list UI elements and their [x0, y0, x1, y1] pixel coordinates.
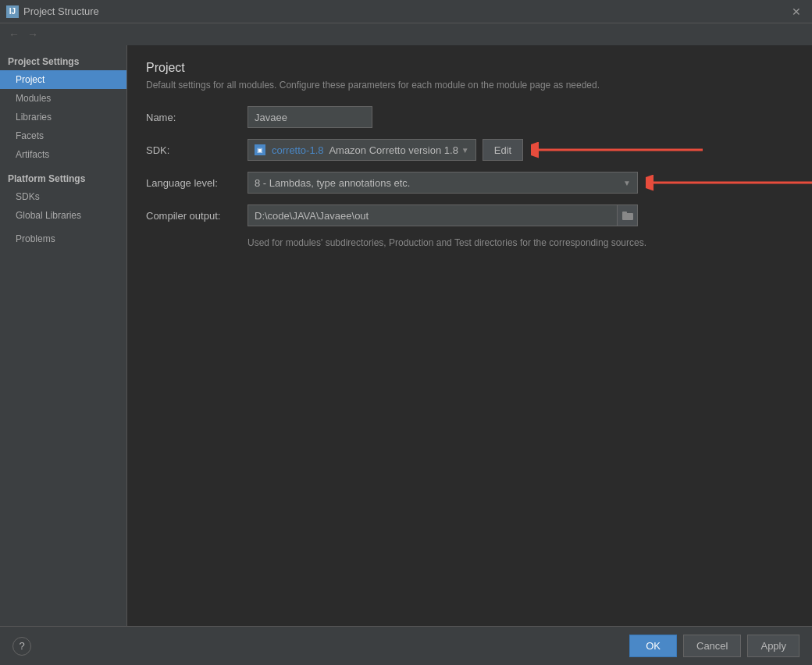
sdk-dropdown-arrow: ▼ — [461, 146, 469, 155]
content-area: Project Default settings for all modules… — [127, 45, 812, 626]
platform-settings-header: Platform Settings — [0, 169, 126, 187]
sdk-name-text: corretto-1.8 — [272, 144, 323, 156]
window-title: Project Structure — [23, 5, 99, 17]
project-settings-header: Project Settings — [0, 52, 126, 70]
red-arrow-sdk-annotation — [531, 138, 703, 162]
red-arrow-lang-annotation — [646, 171, 812, 194]
close-button[interactable]: ✕ — [787, 4, 806, 20]
sidebar-item-project[interactable]: Project — [0, 70, 126, 89]
compiler-path-text: D:\code\JAVA\Javaee\out — [248, 207, 617, 225]
svg-rect-5 — [622, 212, 627, 214]
edit-sdk-button[interactable]: Edit — [483, 139, 523, 161]
language-dropdown[interactable]: 8 - Lambdas, type annotations etc. ▼ — [248, 172, 638, 194]
content-subtitle: Default settings for all modules. Config… — [146, 80, 793, 91]
sdk-controls: ▣ corretto-1.8 Amazon Corretto version 1… — [248, 139, 523, 161]
sidebar-item-artifacts[interactable]: Artifacts — [0, 145, 126, 164]
sidebar-item-global-libraries[interactable]: Global Libraries — [0, 206, 126, 225]
sdk-icon: ▣ — [255, 144, 265, 155]
title-bar: IJ Project Structure ✕ — [0, 0, 812, 23]
name-label: Name: — [146, 112, 248, 123]
sidebar-item-libraries[interactable]: Libraries — [0, 108, 126, 126]
content-title: Project — [146, 61, 793, 75]
compiler-browse-button[interactable] — [617, 205, 637, 226]
apply-button[interactable]: Apply — [747, 635, 800, 657]
sidebar-item-problems[interactable]: Problems — [0, 229, 126, 248]
compiler-input-wrap: D:\code\JAVA\Javaee\out — [248, 204, 638, 226]
bottom-buttons: OK Cancel Apply — [629, 635, 800, 657]
help-button[interactable]: ? — [12, 637, 31, 656]
sdk-dropdown-text: ▣ corretto-1.8 Amazon Corretto version 1… — [255, 144, 458, 156]
cancel-button[interactable]: Cancel — [683, 635, 741, 657]
sidebar: Project Settings Project Modules Librari… — [0, 45, 127, 626]
svg-rect-4 — [622, 213, 633, 220]
compiler-label: Compiler output: — [146, 210, 248, 222]
folder-icon — [622, 211, 633, 220]
bottom-bar: ? OK Cancel Apply — [0, 626, 812, 665]
compiler-note: Used for modules' subdirectories, Produc… — [248, 237, 793, 248]
main-layout: Project Settings Project Modules Librari… — [0, 45, 812, 626]
back-button[interactable]: ← — [6, 28, 22, 41]
name-row: Name: — [146, 106, 793, 128]
sdk-row: SDK: ▣ corretto-1.8 Amazon Corretto vers… — [146, 139, 793, 161]
forward-button[interactable]: → — [25, 28, 41, 41]
app-icon: IJ — [6, 5, 19, 18]
sidebar-item-facets[interactable]: Facets — [0, 126, 126, 145]
sdk-dropdown[interactable]: ▣ corretto-1.8 Amazon Corretto version 1… — [248, 139, 476, 161]
language-row: Language level: 8 - Lambdas, type annota… — [146, 172, 793, 194]
ok-button[interactable]: OK — [629, 635, 677, 657]
language-dropdown-arrow: ▼ — [623, 179, 631, 187]
nav-arrows: ← → — [0, 23, 812, 45]
language-value-text: 8 - Lambdas, type annotations etc. — [255, 177, 410, 189]
compiler-row: Compiler output: D:\code\JAVA\Javaee\out — [146, 204, 793, 226]
sdk-label: SDK: — [146, 144, 248, 156]
name-input[interactable] — [248, 106, 372, 128]
sdk-version-text: Amazon Corretto version 1.8 — [326, 144, 458, 156]
language-controls: 8 - Lambdas, type annotations etc. ▼ — [248, 172, 638, 194]
language-label: Language level: — [146, 177, 248, 189]
sidebar-item-modules[interactable]: Modules — [0, 89, 126, 108]
sidebar-item-sdks[interactable]: SDKs — [0, 187, 126, 206]
